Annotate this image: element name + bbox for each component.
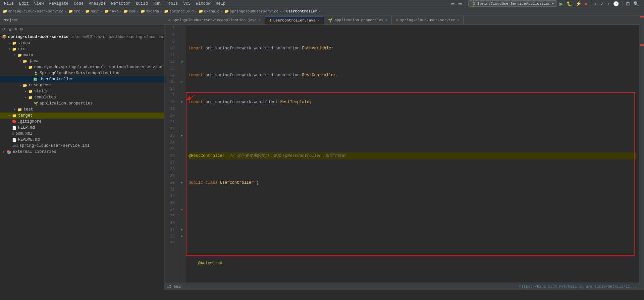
menu-analyze[interactable]: Analyze <box>86 1 108 7</box>
src-arrow: ▾ <box>7 47 12 51</box>
tree-item-java[interactable]: ▾ 📂 java <box>0 58 164 64</box>
run-btn[interactable]: ▶ <box>558 0 564 7</box>
tree-item-templates[interactable]: ▸ 📁 templates <box>0 94 164 100</box>
menu-window[interactable]: Window <box>193 1 213 7</box>
menu-help[interactable]: Help <box>213 1 228 7</box>
tab-appprops[interactable]: 🌱 application.properties × <box>324 16 392 25</box>
menu-code[interactable]: Code <box>71 1 86 7</box>
code-line-9: import org.springframework.web.client.Re… <box>189 99 637 105</box>
tab-spring-service[interactable]: m spring-cloud-user-service × <box>392 16 464 25</box>
tab-usercontroller[interactable]: J UserController.java × <box>265 16 324 25</box>
tree-label-appprops: application.properties <box>40 101 93 106</box>
tab-uc-icon: J <box>269 18 271 23</box>
tab-appprops-close[interactable]: × <box>385 18 387 22</box>
ln13: 13 <box>164 65 177 72</box>
tree-item-extlibs[interactable]: ▸ 📚 External Libraries <box>0 149 164 155</box>
ln21: 21 <box>164 119 177 126</box>
gutter-13 <box>179 65 184 72</box>
gutter-14 <box>179 72 184 79</box>
git-history-btn[interactable]: 🕐 <box>612 0 620 7</box>
stop-btn[interactable]: ■ <box>584 0 588 7</box>
bc-src[interactable]: src <box>74 9 80 13</box>
tab-service-close[interactable]: × <box>457 18 459 22</box>
gutter-36 <box>179 220 184 226</box>
tree-item-package[interactable]: ▾ 📁 com.mycsdn.springcloud.example.sprin… <box>0 64 164 70</box>
tree-label-static: static <box>34 89 49 94</box>
tree-item-target[interactable]: ▸ 📁 target <box>0 113 164 119</box>
tree-item-static[interactable]: ▸ 📁 static <box>0 88 164 94</box>
tree-item-main[interactable]: ▾ 📁 main <box>0 52 164 58</box>
tab-appprops-label: application.properties <box>335 18 383 22</box>
tree-label-readmemd: README.md <box>18 137 40 142</box>
search-everywhere-btn[interactable]: 🔍 <box>632 0 640 7</box>
bc-java[interactable]: java <box>110 9 118 13</box>
pkg-icon: 📁 <box>28 65 33 70</box>
gutter-19 <box>179 105 184 112</box>
run-with-coverage-btn[interactable]: ⚡ <box>575 0 582 7</box>
git-update-btn[interactable]: ↓ <box>593 0 598 7</box>
navigate-back-btn[interactable]: ⬅ <box>450 0 456 7</box>
sync-btn[interactable]: ⟳ <box>1 27 7 32</box>
tree-item-springapp[interactable]: ▸ 🍃 SpringCloudUserServiceApplication <box>0 70 164 76</box>
debug-btn[interactable]: 🐛 <box>566 0 573 7</box>
show-only-changed-btn[interactable]: ≡ <box>13 27 18 32</box>
bc-springcloud[interactable]: springcloud <box>169 9 194 13</box>
tree-item-appprops[interactable]: ▸ 🌱 application.properties <box>0 100 164 106</box>
layout-btn[interactable]: ⊞ <box>625 0 631 7</box>
bc-project[interactable]: spring-cloud-user-service <box>8 9 63 13</box>
bc-mycsdn[interactable]: mycsdn <box>146 9 159 13</box>
tree-item-test[interactable]: ▸ 📁 test <box>0 106 164 113</box>
bc-service[interactable]: springclouduserservice <box>230 9 278 13</box>
bc-com-icon: 📁 <box>123 9 128 13</box>
main-icon: 📁 <box>17 53 22 57</box>
menu-build[interactable]: Build <box>133 1 151 7</box>
menu-run[interactable]: Run <box>151 1 163 7</box>
tree-item-pomxml[interactable]: ▸ m pom.xml <box>0 131 164 137</box>
code-lines[interactable]: import org.springframework.web.bind.anno… <box>186 25 639 283</box>
menu-navigate[interactable]: Navigate <box>46 1 71 7</box>
menu-edit[interactable]: Edit <box>16 1 32 7</box>
tab-springapp[interactable]: J SpringCloudUserServiceApplication.java… <box>164 16 265 25</box>
menu-refactor[interactable]: Refactor <box>108 1 133 7</box>
status-right: https://blog.csdn.net/hali_long/article/… <box>519 285 637 289</box>
gutter-11 <box>179 52 184 58</box>
tab-springapp-close[interactable]: × <box>259 18 261 22</box>
tree-item-helpmd[interactable]: ▸ 📄 HELP.md <box>0 125 164 131</box>
bc-example-icon: 📁 <box>199 9 203 13</box>
ln24: 24 <box>164 139 177 146</box>
collapse-all-btn[interactable]: ⊟ <box>7 27 13 32</box>
tree-item-usercontroller[interactable]: ▸ C UserController <box>0 76 164 82</box>
bc-sep2: ▸ <box>82 9 84 13</box>
tree-item-idea[interactable]: ▸ 📁 .idea <box>0 40 164 46</box>
tree-item-readmemd[interactable]: ▸ 📄 README.md <box>0 137 164 143</box>
gear-settings-btn[interactable]: ⚙ <box>18 27 24 32</box>
git-commit-btn[interactable]: ✓ <box>599 0 605 7</box>
navigate-forward-btn[interactable]: ➡ <box>457 0 463 7</box>
bc-controller[interactable]: UserController <box>286 9 317 13</box>
tree-item-iml[interactable]: ▸ iml spring-cloud-user-service.iml <box>0 143 164 149</box>
bc-main[interactable]: main <box>91 9 99 13</box>
tab-uc-close[interactable]: × <box>318 19 320 23</box>
run-config-dropdown[interactable]: 🍃 SpringCloudUserServiceApplication ▾ <box>468 0 557 7</box>
git-push-btn[interactable]: ↑ <box>606 0 611 7</box>
menu-file[interactable]: File <box>1 1 16 7</box>
tree-item-src[interactable]: ▾ 📁 src <box>0 46 164 52</box>
tree-item-gitignore[interactable]: ▸ 🔴 .gitignore <box>0 119 164 125</box>
tree-label-target: target <box>18 113 33 118</box>
gutter-15: ⟳ <box>179 79 184 85</box>
bc-sep8: ▸ <box>221 9 223 13</box>
appprops-icon: 🌱 <box>34 101 38 106</box>
bc-example[interactable]: example <box>204 9 219 13</box>
tree-item-root[interactable]: ▾ 📦 spring-cloud-user-service D:\csdn博客\… <box>0 34 164 40</box>
gutter-38: ▼ <box>179 233 184 240</box>
gutter-39 <box>179 240 184 247</box>
menu-vcs[interactable]: VCS <box>181 1 194 7</box>
menu-tools[interactable]: Tools <box>163 1 181 7</box>
menu-view[interactable]: View <box>32 1 47 7</box>
ln14: 14 <box>164 72 177 79</box>
gutter-32 <box>179 193 184 200</box>
templates-icon: 📁 <box>28 95 33 100</box>
code-scroll-area[interactable]: 7 8 9 10 11 12 13 14 15 16 17 18 19 20 <box>164 25 639 283</box>
tree-item-resources[interactable]: ▾ 📂 resources <box>0 82 164 88</box>
bc-com[interactable]: com <box>129 9 136 13</box>
